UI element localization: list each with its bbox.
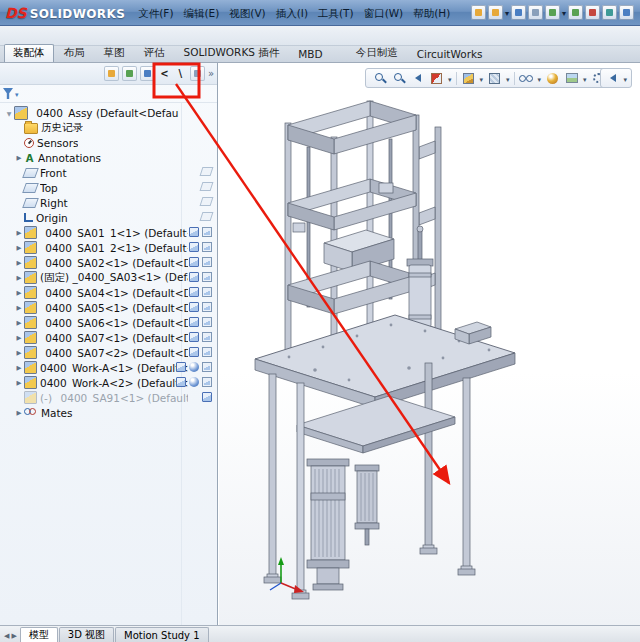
tab-addins[interactable]: SOLIDWORKS 插件 xyxy=(175,44,289,62)
expand-arrow-icon[interactable] xyxy=(14,374,24,391)
tab-scroll-left-icon[interactable] xyxy=(4,629,9,640)
tree-item[interactable]: _0400_SA01_2<1> (Default<Default_Di xyxy=(0,240,217,255)
tab-evaluate[interactable]: 评估 xyxy=(135,44,174,62)
display-mode-icon[interactable] xyxy=(202,302,212,312)
display-mode-icon[interactable] xyxy=(202,377,212,387)
configurationmanager-icon[interactable] xyxy=(140,66,155,81)
new-document-icon[interactable] xyxy=(471,5,486,20)
tab-motion-study-1[interactable]: Motion Study 1 xyxy=(115,627,209,642)
panel-splitter-arrow[interactable]: \ xyxy=(174,66,187,81)
display-mode-icon[interactable] xyxy=(202,242,212,252)
display-mode-icon[interactable] xyxy=(202,272,212,282)
display-style-dropdown-icon[interactable] xyxy=(506,72,510,85)
display-mode-icon[interactable] xyxy=(202,257,212,267)
tree-item[interactable]: _0400_SA05<1> (Default<Default_Disp xyxy=(0,300,217,315)
collapse-arrow-icon[interactable] xyxy=(4,105,14,121)
display-mode-icon[interactable] xyxy=(202,287,212,297)
section-view-icon[interactable] xyxy=(429,71,444,86)
tree-item[interactable]: _0400_SA07<1> (Default<Default_Disp xyxy=(0,330,217,345)
tree-item[interactable]: (固定) _0400_SA03<1> (Default<Default_Disp xyxy=(0,270,217,285)
tab-circuitworks[interactable]: CircuitWorks xyxy=(408,46,492,62)
display-state-icon[interactable] xyxy=(189,317,199,327)
tree-item[interactable]: 0400_Work-A<2> (Default<<Default> xyxy=(0,375,217,390)
tree-item[interactable]: Sensors xyxy=(0,135,217,150)
tab-todays-manufacturing[interactable]: 今日制造 xyxy=(347,44,407,62)
options-icon[interactable] xyxy=(602,5,617,20)
menu-window[interactable]: 窗口(W) xyxy=(359,0,409,26)
display-state-icon[interactable] xyxy=(189,347,199,357)
tree-item[interactable]: 历史记录 xyxy=(0,120,217,135)
display-mode-icon[interactable] xyxy=(202,362,212,372)
plane-display-icon[interactable] xyxy=(200,197,214,206)
display-mode-icon[interactable] xyxy=(202,347,212,357)
edit-appearance-icon[interactable] xyxy=(545,71,560,86)
tree-item[interactable]: _0400_SA01_1<1> (Default<Default_Di xyxy=(0,225,217,240)
filter-funnel-icon[interactable] xyxy=(3,88,13,99)
menu-edit[interactable]: 编辑(E) xyxy=(179,0,225,26)
collapse-dropdown-icon[interactable] xyxy=(623,72,627,85)
display-mode-icon[interactable] xyxy=(202,317,212,327)
menu-file[interactable]: 文件(F) xyxy=(133,0,178,26)
display-state-icon[interactable] xyxy=(189,287,199,297)
tree-item[interactable]: 0400_Work-A<1> (Default<<Default> xyxy=(0,360,217,375)
tree-item-mates[interactable]: Mates xyxy=(0,405,217,420)
section-dropdown-icon[interactable] xyxy=(448,72,452,85)
tree-item[interactable]: _0400_SA02<1> (Default<Default_Disp xyxy=(0,255,217,270)
collapse-toolbar-button[interactable] xyxy=(600,68,632,88)
filter-dropdown-icon[interactable] xyxy=(15,87,19,100)
tree-item[interactable]: Front xyxy=(0,165,217,180)
collapse-toolbar-icon[interactable] xyxy=(605,71,620,86)
zoom-area-icon[interactable] xyxy=(391,71,406,86)
open-dropdown-icon[interactable] xyxy=(505,6,509,19)
redo-icon[interactable] xyxy=(568,5,583,20)
tab-layout[interactable]: 布局 xyxy=(55,44,94,62)
apply-scene-icon[interactable] xyxy=(564,71,579,86)
tree-item[interactable]: _0400_SA07<2> (Default<Default_Disp xyxy=(0,345,217,360)
undo-dropdown-icon[interactable] xyxy=(562,6,566,19)
tab-mbd[interactable]: MBD xyxy=(289,46,331,62)
tab-model[interactable]: 模型 xyxy=(20,627,58,642)
displaymanager-icon[interactable] xyxy=(190,66,205,81)
tree-item-suppressed[interactable]: (-) _0400_SA91<1> (Default) xyxy=(0,390,217,405)
display-style-icon[interactable] xyxy=(487,71,502,86)
display-state-icon[interactable] xyxy=(176,377,186,387)
hide-show-items-icon[interactable] xyxy=(519,71,534,86)
menu-insert[interactable]: 插入(I) xyxy=(271,0,313,26)
display-state-icon[interactable] xyxy=(176,362,186,372)
origin-display-icon[interactable] xyxy=(200,212,214,221)
help-icon[interactable] xyxy=(619,5,634,20)
tree-item[interactable]: Right xyxy=(0,195,217,210)
tree-item[interactable]: Origin xyxy=(0,210,217,225)
tree-item[interactable]: Top xyxy=(0,180,217,195)
tab-sketch[interactable]: 草图 xyxy=(95,44,134,62)
apply-scene-dropdown-icon[interactable] xyxy=(583,72,587,85)
plane-display-icon[interactable] xyxy=(200,167,214,176)
menu-tools[interactable]: 工具(T) xyxy=(313,0,359,26)
expand-arrow-icon[interactable] xyxy=(14,149,24,166)
panel-flyout-icon[interactable]: » xyxy=(208,68,217,79)
display-state-icon[interactable] xyxy=(189,242,199,252)
tab-assembly[interactable]: 装配体 xyxy=(4,44,54,62)
menu-help[interactable]: 帮助(H) xyxy=(408,0,455,26)
display-state-icon[interactable] xyxy=(189,302,199,312)
tree-item[interactable]: _0400_SA04<1> (Default<Default_Disp xyxy=(0,285,217,300)
zoom-fit-icon[interactable] xyxy=(372,71,387,86)
previous-view-icon[interactable] xyxy=(410,71,425,86)
graphics-viewport[interactable] xyxy=(219,63,640,625)
tree-item[interactable]: Annotations xyxy=(0,150,217,165)
view-orientation-icon[interactable] xyxy=(461,71,476,86)
display-mode-icon[interactable] xyxy=(202,332,212,342)
tree-item-root[interactable]: _0400_Assy (Default<Default_Display Stat xyxy=(0,105,217,120)
display-state-icon[interactable] xyxy=(189,272,199,282)
3d-assembly-model[interactable] xyxy=(219,63,640,625)
appearance-icon[interactable] xyxy=(189,362,199,372)
undo-icon[interactable] xyxy=(545,5,560,20)
panel-back-arrow[interactable]: < xyxy=(158,66,171,81)
tab-scroll-right-icon[interactable] xyxy=(11,629,16,640)
plane-display-icon[interactable] xyxy=(200,182,214,191)
appearance-icon[interactable] xyxy=(189,377,199,387)
display-state-icon[interactable] xyxy=(189,257,199,267)
view-orientation-dropdown-icon[interactable] xyxy=(480,72,484,85)
featuremanager-tree-icon[interactable] xyxy=(104,66,119,81)
print-icon[interactable] xyxy=(528,5,543,20)
